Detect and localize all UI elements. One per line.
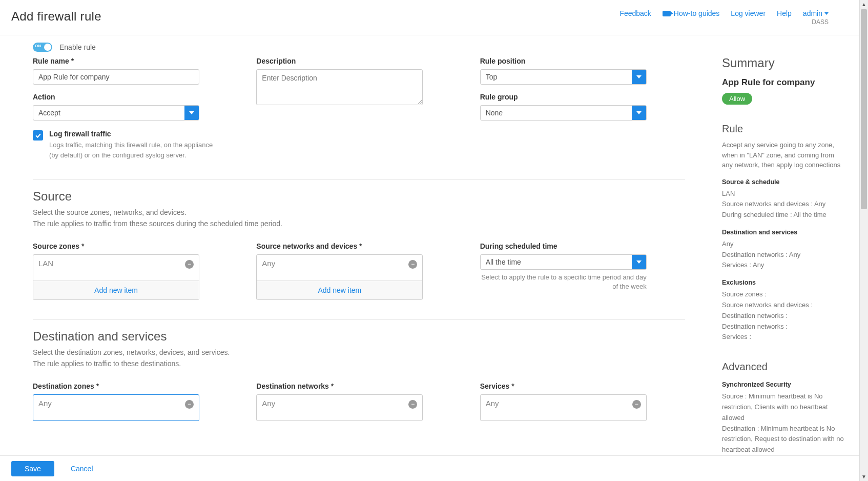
chevron-down-icon bbox=[636, 111, 642, 114]
log-traffic-checkbox[interactable] bbox=[33, 130, 43, 141]
service-item: Any bbox=[486, 399, 499, 408]
log-traffic-label: Log firewall traffic bbox=[49, 130, 213, 138]
source-zones-label: Source zones * bbox=[33, 242, 238, 250]
remove-icon[interactable]: − bbox=[408, 260, 417, 269]
summary-rule-heading: Rule bbox=[722, 123, 845, 135]
summary-ss-head: Source & schedule bbox=[722, 178, 845, 186]
destination-networks-box[interactable]: Any − bbox=[256, 394, 423, 421]
page-header: Add firewall rule Feedback How-to guides… bbox=[0, 0, 859, 35]
summary-advanced-heading: Advanced bbox=[722, 361, 845, 373]
vertical-scrollbar[interactable]: ▲ ▼ bbox=[859, 0, 868, 481]
schedule-select[interactable]: All the time bbox=[480, 254, 647, 270]
destination-networks-label: Destination networks * bbox=[256, 382, 461, 390]
description-textarea[interactable] bbox=[256, 69, 423, 105]
rule-group-select[interactable]: None bbox=[480, 105, 647, 121]
page-title: Add firewall rule bbox=[11, 9, 101, 24]
remove-icon[interactable]: − bbox=[408, 400, 417, 409]
source-networks-label: Source networks and devices * bbox=[256, 242, 461, 250]
chevron-down-icon bbox=[824, 12, 829, 15]
add-source-network[interactable]: Add new item bbox=[257, 280, 422, 299]
summary-sync-head: Synchronized Security bbox=[722, 381, 845, 388]
summary-rule-desc: Accept any service going to any zone, wh… bbox=[722, 140, 845, 170]
divider bbox=[33, 179, 685, 180]
divider bbox=[33, 319, 685, 320]
remove-icon[interactable]: − bbox=[185, 400, 194, 409]
destination-network-item: Any bbox=[262, 399, 275, 408]
destination-zone-item: Any bbox=[38, 399, 52, 408]
services-label: Services * bbox=[480, 382, 685, 390]
help-link[interactable]: Help bbox=[777, 9, 792, 17]
remove-icon[interactable]: − bbox=[632, 400, 641, 409]
summary-sidebar: Summary App Rule for company Allow Rule … bbox=[716, 35, 859, 481]
rule-position-select[interactable]: Top bbox=[480, 69, 647, 85]
action-select[interactable]: Accept bbox=[33, 105, 199, 121]
enable-rule-label: Enable rule bbox=[59, 43, 96, 51]
source-zones-box[interactable]: LAN − Add new item bbox=[33, 254, 199, 300]
scrollbar-down-arrow[interactable]: ▼ bbox=[860, 472, 868, 481]
rule-group-label: Rule group bbox=[480, 93, 685, 101]
rule-position-label: Rule position bbox=[480, 57, 685, 65]
schedule-label: During scheduled time bbox=[480, 242, 685, 250]
schedule-helper: Select to apply the rule to a specific t… bbox=[480, 273, 647, 291]
admin-org: DASS bbox=[812, 18, 829, 26]
cancel-button[interactable]: Cancel bbox=[71, 465, 93, 473]
action-label: Action bbox=[33, 93, 238, 101]
summary-ex-head: Exclusions bbox=[722, 279, 845, 286]
summary-title: Summary bbox=[722, 56, 845, 70]
add-source-zone[interactable]: Add new item bbox=[33, 280, 199, 299]
logviewer-link[interactable]: Log viewer bbox=[731, 9, 766, 17]
summary-rule-name: App Rule for company bbox=[722, 77, 845, 88]
destination-zones-box[interactable]: Any − bbox=[33, 394, 199, 421]
admin-name: admin bbox=[803, 9, 822, 17]
save-button[interactable]: Save bbox=[11, 461, 54, 476]
header-links: Feedback How-to guides Log viewer Help a… bbox=[619, 9, 829, 26]
main-form: ON Enable rule Rule name * Action Accept bbox=[0, 35, 716, 481]
feedback-link[interactable]: Feedback bbox=[619, 9, 651, 17]
admin-menu[interactable]: admin bbox=[803, 9, 829, 17]
video-icon bbox=[663, 11, 671, 16]
destination-zones-label: Destination zones * bbox=[33, 382, 238, 390]
destination-section-title: Destination and services bbox=[33, 329, 685, 344]
rule-name-label: Rule name * bbox=[33, 57, 238, 65]
howto-link[interactable]: How-to guides bbox=[674, 9, 720, 17]
services-box[interactable]: Any − bbox=[480, 394, 647, 421]
status-badge: Allow bbox=[722, 93, 752, 105]
chevron-down-icon bbox=[189, 111, 194, 114]
enable-rule-toggle[interactable]: ON bbox=[33, 43, 52, 52]
source-network-item: Any bbox=[262, 259, 275, 268]
destination-section-desc: Select the destination zones, networks, … bbox=[33, 347, 685, 370]
rule-name-input[interactable] bbox=[33, 69, 199, 85]
source-section-desc: Select the source zones, networks, and d… bbox=[33, 207, 685, 230]
chevron-down-icon bbox=[636, 260, 642, 264]
remove-icon[interactable]: − bbox=[185, 260, 194, 269]
description-label: Description bbox=[256, 57, 461, 65]
log-traffic-desc: Logs traffic, matching this firewall rul… bbox=[49, 140, 213, 160]
scrollbar-thumb[interactable] bbox=[861, 9, 867, 209]
chevron-down-icon bbox=[636, 75, 642, 78]
source-networks-box[interactable]: Any − Add new item bbox=[256, 254, 423, 300]
scrollbar-up-arrow[interactable]: ▲ bbox=[860, 0, 868, 9]
source-zone-item: LAN bbox=[38, 259, 53, 268]
source-section-title: Source bbox=[33, 189, 685, 204]
footer-bar: Save Cancel bbox=[0, 455, 859, 481]
summary-ds-head: Destination and services bbox=[722, 229, 845, 236]
